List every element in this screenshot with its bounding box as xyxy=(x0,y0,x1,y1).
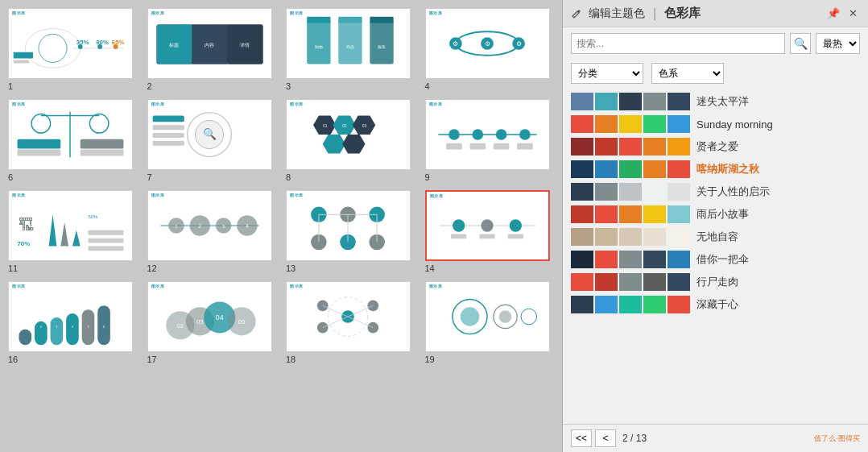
sort-select[interactable]: 最热 最新 最多 xyxy=(816,33,860,54)
slide-number-18: 18 xyxy=(286,355,296,364)
svg-rect-38 xyxy=(18,139,61,149)
slide-content-1: 图示库 35% 80% 65% xyxy=(9,9,132,78)
color-row-name: 关于人性的启示 xyxy=(696,185,770,199)
close-button[interactable]: ✕ xyxy=(845,6,860,21)
filter-bar: 分类 全部 色系 全部 xyxy=(563,60,868,87)
color-row[interactable]: 无地自容 xyxy=(563,226,868,248)
slide-item[interactable]: 图示库 🔍 7 xyxy=(147,99,277,182)
search-input-wrap[interactable] xyxy=(571,33,785,54)
slide-thumb-4[interactable]: 图示库 ⚙ ⚙ ⚙ xyxy=(425,8,550,79)
search-button[interactable]: 🔍 xyxy=(790,33,811,54)
category-select[interactable]: 分类 全部 xyxy=(571,63,643,84)
slide-thumb-14[interactable]: 图示库 xyxy=(425,190,550,261)
slide-item[interactable]: 图示库 01 02 03 8 xyxy=(286,99,415,182)
slide-item[interactable]: 图示库 19 xyxy=(425,281,555,364)
slide-thumb-17[interactable]: 图示库 02 03 04 05 xyxy=(147,281,272,352)
slide-item[interactable]: 图示库 35% 80% 65% xyxy=(8,8,138,91)
slide-thumb-13[interactable]: 图示库 xyxy=(286,190,411,261)
color-row[interactable]: 深藏于心 xyxy=(563,293,868,316)
color-row[interactable]: 关于人性的启示 xyxy=(563,180,868,203)
page-separator: / xyxy=(630,433,636,444)
svg-point-0 xyxy=(25,28,80,68)
slide-item[interactable]: 图示库 13 xyxy=(286,190,415,273)
first-page-button[interactable]: << xyxy=(571,429,592,447)
prev-page-button[interactable]: < xyxy=(595,429,616,447)
slide-item[interactable]: 图示库 6 xyxy=(8,99,138,182)
svg-text:⚙: ⚙ xyxy=(453,40,458,48)
pin-button[interactable]: 📌 xyxy=(826,6,841,21)
slide-item[interactable]: 图示库 14 xyxy=(425,190,555,273)
color-swatch xyxy=(668,251,690,268)
color-row[interactable]: 贤者之爱 xyxy=(563,135,868,158)
color-row-name: 借你一把伞 xyxy=(696,252,749,267)
slide-thumb-16[interactable]: 图示库 1 2 3 4 5 6 xyxy=(8,281,133,352)
page-area: << < 2 / 13 xyxy=(571,429,650,447)
slide-thumb-2[interactable]: 图示库 标题 内容 详情 xyxy=(147,8,272,79)
panel-title: 色彩库 xyxy=(664,6,701,21)
color-row[interactable]: 借你一把伞 xyxy=(563,248,868,271)
color-swatch xyxy=(668,273,690,291)
svg-text:1: 1 xyxy=(24,325,26,329)
slide-thumb-6[interactable]: 图示库 xyxy=(8,99,133,170)
slide-thumb-7[interactable]: 图示库 🔍 xyxy=(147,99,272,170)
slide-item[interactable]: 图示库 1 2 3 4 12 xyxy=(147,190,277,273)
slide-item[interactable]: 图示库 1 2 3 4 5 6 xyxy=(8,281,138,364)
color-row[interactable]: 迷失太平洋 xyxy=(563,90,868,113)
color-swatch xyxy=(619,115,642,133)
color-row[interactable]: 雨后小故事 xyxy=(563,203,868,226)
svg-rect-73 xyxy=(88,238,123,243)
svg-rect-39 xyxy=(18,150,61,156)
slide-thumb-19[interactable]: 图示库 xyxy=(425,281,550,352)
slide-content-18: 图示库 xyxy=(287,282,410,351)
panel-header: 编辑主题色 | 色彩库 📌 ✕ xyxy=(563,0,868,27)
svg-rect-47 xyxy=(152,133,184,138)
color-swatch xyxy=(595,251,618,268)
slide-content-4: 图示库 ⚙ ⚙ ⚙ xyxy=(426,9,549,78)
search-input[interactable] xyxy=(577,38,779,49)
slide-number-17: 17 xyxy=(147,355,157,364)
slide-item[interactable]: 图示库 购物 商品 服务 3 xyxy=(286,8,415,91)
slide-item[interactable]: 图示库 9 xyxy=(425,99,555,182)
svg-point-98 xyxy=(509,219,521,231)
color-swatch xyxy=(571,205,593,223)
color-row-name: 雨后小故事 xyxy=(696,207,749,222)
color-system-select[interactable]: 色系 全部 xyxy=(651,63,724,84)
slide-number-2: 2 xyxy=(147,81,152,91)
slide-item[interactable]: 图示库 标题 内容 详情 2 xyxy=(147,8,277,91)
color-row-name: Sunday morning xyxy=(696,118,773,131)
color-swatch xyxy=(668,93,690,110)
slide-thumb-1[interactable]: 图示库 35% 80% 65% xyxy=(8,8,133,79)
color-swatch xyxy=(668,115,690,133)
slide-thumb-8[interactable]: 图示库 01 02 03 xyxy=(286,99,411,170)
color-row[interactable]: Sunday morning xyxy=(563,113,868,135)
svg-rect-74 xyxy=(88,246,123,251)
svg-marker-68 xyxy=(49,214,57,246)
color-row[interactable]: 行尸走肉 xyxy=(563,271,868,293)
svg-rect-19 xyxy=(307,17,330,23)
slide-thumb-3[interactable]: 图示库 购物 商品 服务 xyxy=(286,8,411,79)
svg-text:内容: 内容 xyxy=(205,42,214,48)
edit-icon xyxy=(571,8,582,19)
slide-item[interactable]: 图示库 18 xyxy=(286,281,415,364)
slide-content-9: 图示库 xyxy=(426,100,549,169)
page-info: 2 / 13 xyxy=(622,433,647,444)
slide-thumb-18[interactable]: 图示库 xyxy=(286,281,411,352)
color-row-name: 喀纳斯湖之秋 xyxy=(696,162,759,176)
color-swatch xyxy=(619,183,642,201)
color-swatch xyxy=(619,251,642,268)
color-row[interactable]: 喀纳斯湖之秋 xyxy=(563,158,868,180)
slide-thumb-9[interactable]: 图示库 xyxy=(425,99,550,170)
slide-content-12: 图示库 1 2 3 4 xyxy=(148,191,271,260)
slide-item[interactable]: 图示库 02 03 04 05 17 xyxy=(147,281,277,364)
slide-thumb-11[interactable]: 图示库 🏗 70% 50% xyxy=(8,190,133,261)
slide-item[interactable]: 图示库 ⚙ ⚙ ⚙ 4 xyxy=(425,8,555,91)
slide-content-8: 图示库 01 02 03 xyxy=(287,100,410,169)
color-swatch xyxy=(571,93,593,110)
svg-line-128 xyxy=(323,305,348,317)
color-swatch xyxy=(595,228,618,246)
slide-thumb-12[interactable]: 图示库 1 2 3 4 xyxy=(147,190,272,261)
color-row-name: 无地自容 xyxy=(696,230,738,244)
slide-item[interactable]: 图示库 🏗 70% 50% 11 xyxy=(8,190,138,273)
color-panel: 编辑主题色 | 色彩库 📌 ✕ 🔍 最热 最新 最多 分类 全部 色系 全部 迷… xyxy=(562,0,868,452)
svg-rect-101 xyxy=(507,234,523,239)
